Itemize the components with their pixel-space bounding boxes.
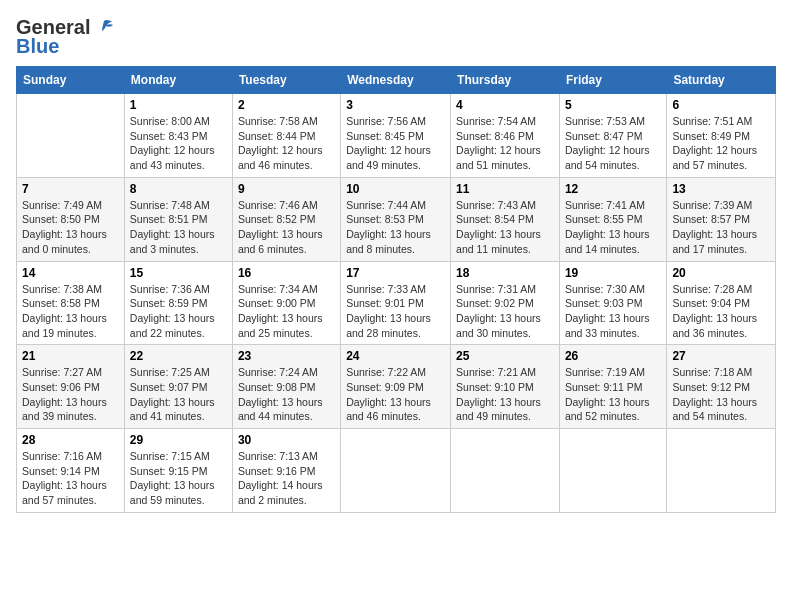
day-number: 4 bbox=[456, 98, 554, 112]
sunset: Sunset: 8:57 PM bbox=[672, 213, 750, 225]
daylight: Daylight: 13 hours and 28 minutes. bbox=[346, 312, 431, 339]
sunset: Sunset: 8:58 PM bbox=[22, 297, 100, 309]
daylight: Daylight: 13 hours and 6 minutes. bbox=[238, 228, 323, 255]
calendar-cell: 10 Sunrise: 7:44 AM Sunset: 8:53 PM Dayl… bbox=[341, 177, 451, 261]
sunrise: Sunrise: 7:30 AM bbox=[565, 283, 645, 295]
calendar-cell: 16 Sunrise: 7:34 AM Sunset: 9:00 PM Dayl… bbox=[232, 261, 340, 345]
sunrise: Sunrise: 7:49 AM bbox=[22, 199, 102, 211]
sunset: Sunset: 9:14 PM bbox=[22, 465, 100, 477]
sunrise: Sunrise: 7:48 AM bbox=[130, 199, 210, 211]
daylight: Daylight: 12 hours and 46 minutes. bbox=[238, 144, 323, 171]
sunset: Sunset: 9:08 PM bbox=[238, 381, 316, 393]
sunrise: Sunrise: 7:53 AM bbox=[565, 115, 645, 127]
sunrise: Sunrise: 7:18 AM bbox=[672, 366, 752, 378]
sunset: Sunset: 8:52 PM bbox=[238, 213, 316, 225]
sunset: Sunset: 9:00 PM bbox=[238, 297, 316, 309]
daylight: Daylight: 13 hours and 25 minutes. bbox=[238, 312, 323, 339]
sunset: Sunset: 8:44 PM bbox=[238, 130, 316, 142]
calendar-week-row: 28 Sunrise: 7:16 AM Sunset: 9:14 PM Dayl… bbox=[17, 429, 776, 513]
day-info: Sunrise: 7:44 AM Sunset: 8:53 PM Dayligh… bbox=[346, 198, 445, 257]
sunset: Sunset: 9:04 PM bbox=[672, 297, 750, 309]
logo-bird-icon bbox=[92, 17, 114, 39]
day-info: Sunrise: 8:00 AM Sunset: 8:43 PM Dayligh… bbox=[130, 114, 227, 173]
sunset: Sunset: 9:10 PM bbox=[456, 381, 534, 393]
calendar-cell: 14 Sunrise: 7:38 AM Sunset: 8:58 PM Dayl… bbox=[17, 261, 125, 345]
sunset: Sunset: 8:54 PM bbox=[456, 213, 534, 225]
day-number: 17 bbox=[346, 266, 445, 280]
calendar-cell: 28 Sunrise: 7:16 AM Sunset: 9:14 PM Dayl… bbox=[17, 429, 125, 513]
sunrise: Sunrise: 7:16 AM bbox=[22, 450, 102, 462]
sunset: Sunset: 8:51 PM bbox=[130, 213, 208, 225]
daylight: Daylight: 13 hours and 36 minutes. bbox=[672, 312, 757, 339]
day-info: Sunrise: 7:43 AM Sunset: 8:54 PM Dayligh… bbox=[456, 198, 554, 257]
day-info: Sunrise: 7:56 AM Sunset: 8:45 PM Dayligh… bbox=[346, 114, 445, 173]
day-info: Sunrise: 7:54 AM Sunset: 8:46 PM Dayligh… bbox=[456, 114, 554, 173]
daylight: Daylight: 12 hours and 54 minutes. bbox=[565, 144, 650, 171]
sunrise: Sunrise: 7:51 AM bbox=[672, 115, 752, 127]
calendar-cell bbox=[341, 429, 451, 513]
day-number: 21 bbox=[22, 349, 119, 363]
sunset: Sunset: 9:03 PM bbox=[565, 297, 643, 309]
day-info: Sunrise: 7:18 AM Sunset: 9:12 PM Dayligh… bbox=[672, 365, 770, 424]
daylight: Daylight: 13 hours and 54 minutes. bbox=[672, 396, 757, 423]
day-number: 18 bbox=[456, 266, 554, 280]
day-number: 8 bbox=[130, 182, 227, 196]
calendar-cell: 11 Sunrise: 7:43 AM Sunset: 8:54 PM Dayl… bbox=[451, 177, 560, 261]
calendar-cell: 4 Sunrise: 7:54 AM Sunset: 8:46 PM Dayli… bbox=[451, 94, 560, 178]
calendar-cell: 19 Sunrise: 7:30 AM Sunset: 9:03 PM Dayl… bbox=[559, 261, 666, 345]
day-info: Sunrise: 7:19 AM Sunset: 9:11 PM Dayligh… bbox=[565, 365, 661, 424]
calendar-cell: 30 Sunrise: 7:13 AM Sunset: 9:16 PM Dayl… bbox=[232, 429, 340, 513]
daylight: Daylight: 13 hours and 30 minutes. bbox=[456, 312, 541, 339]
sunset: Sunset: 8:43 PM bbox=[130, 130, 208, 142]
calendar-cell: 17 Sunrise: 7:33 AM Sunset: 9:01 PM Dayl… bbox=[341, 261, 451, 345]
day-number: 2 bbox=[238, 98, 335, 112]
day-number: 19 bbox=[565, 266, 661, 280]
day-number: 28 bbox=[22, 433, 119, 447]
daylight: Daylight: 13 hours and 52 minutes. bbox=[565, 396, 650, 423]
day-info: Sunrise: 7:46 AM Sunset: 8:52 PM Dayligh… bbox=[238, 198, 335, 257]
day-number: 11 bbox=[456, 182, 554, 196]
sunset: Sunset: 9:15 PM bbox=[130, 465, 208, 477]
day-info: Sunrise: 7:13 AM Sunset: 9:16 PM Dayligh… bbox=[238, 449, 335, 508]
sunrise: Sunrise: 7:27 AM bbox=[22, 366, 102, 378]
sunrise: Sunrise: 7:13 AM bbox=[238, 450, 318, 462]
daylight: Daylight: 13 hours and 59 minutes. bbox=[130, 479, 215, 506]
daylight: Daylight: 13 hours and 44 minutes. bbox=[238, 396, 323, 423]
calendar-table: SundayMondayTuesdayWednesdayThursdayFrid… bbox=[16, 66, 776, 513]
day-info: Sunrise: 7:31 AM Sunset: 9:02 PM Dayligh… bbox=[456, 282, 554, 341]
day-number: 16 bbox=[238, 266, 335, 280]
sunrise: Sunrise: 7:54 AM bbox=[456, 115, 536, 127]
daylight: Daylight: 13 hours and 19 minutes. bbox=[22, 312, 107, 339]
day-number: 12 bbox=[565, 182, 661, 196]
day-number: 10 bbox=[346, 182, 445, 196]
daylight: Daylight: 14 hours and 2 minutes. bbox=[238, 479, 323, 506]
daylight: Daylight: 13 hours and 49 minutes. bbox=[456, 396, 541, 423]
column-header-friday: Friday bbox=[559, 67, 666, 94]
day-number: 13 bbox=[672, 182, 770, 196]
sunrise: Sunrise: 7:46 AM bbox=[238, 199, 318, 211]
sunrise: Sunrise: 7:36 AM bbox=[130, 283, 210, 295]
day-number: 29 bbox=[130, 433, 227, 447]
sunset: Sunset: 8:47 PM bbox=[565, 130, 643, 142]
day-info: Sunrise: 7:30 AM Sunset: 9:03 PM Dayligh… bbox=[565, 282, 661, 341]
sunrise: Sunrise: 7:43 AM bbox=[456, 199, 536, 211]
calendar-cell: 21 Sunrise: 7:27 AM Sunset: 9:06 PM Dayl… bbox=[17, 345, 125, 429]
sunset: Sunset: 9:11 PM bbox=[565, 381, 643, 393]
calendar-cell bbox=[17, 94, 125, 178]
day-info: Sunrise: 7:53 AM Sunset: 8:47 PM Dayligh… bbox=[565, 114, 661, 173]
column-header-tuesday: Tuesday bbox=[232, 67, 340, 94]
column-header-wednesday: Wednesday bbox=[341, 67, 451, 94]
calendar-cell: 12 Sunrise: 7:41 AM Sunset: 8:55 PM Dayl… bbox=[559, 177, 666, 261]
daylight: Daylight: 13 hours and 11 minutes. bbox=[456, 228, 541, 255]
sunset: Sunset: 9:16 PM bbox=[238, 465, 316, 477]
sunset: Sunset: 9:06 PM bbox=[22, 381, 100, 393]
calendar-cell: 24 Sunrise: 7:22 AM Sunset: 9:09 PM Dayl… bbox=[341, 345, 451, 429]
calendar-cell: 2 Sunrise: 7:58 AM Sunset: 8:44 PM Dayli… bbox=[232, 94, 340, 178]
day-number: 1 bbox=[130, 98, 227, 112]
day-info: Sunrise: 7:58 AM Sunset: 8:44 PM Dayligh… bbox=[238, 114, 335, 173]
daylight: Daylight: 13 hours and 57 minutes. bbox=[22, 479, 107, 506]
sunrise: Sunrise: 7:22 AM bbox=[346, 366, 426, 378]
calendar-cell: 26 Sunrise: 7:19 AM Sunset: 9:11 PM Dayl… bbox=[559, 345, 666, 429]
sunset: Sunset: 9:01 PM bbox=[346, 297, 424, 309]
calendar-cell: 20 Sunrise: 7:28 AM Sunset: 9:04 PM Dayl… bbox=[667, 261, 776, 345]
